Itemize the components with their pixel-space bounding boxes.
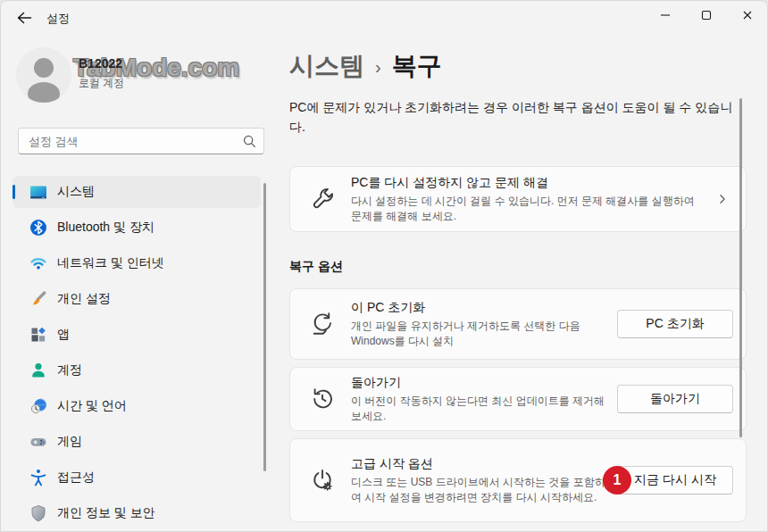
reset-pc-card: 이 PC 초기화 개인 파일을 유지하거나 제거하도록 선택한 다음 Windo… (289, 288, 747, 360)
network-icon (29, 254, 47, 272)
pc-reset-button[interactable]: PC 초기화 (617, 310, 733, 338)
back-button[interactable] (11, 5, 38, 30)
search-box (18, 128, 264, 154)
system-icon (29, 183, 47, 201)
sidebar-item-bluetooth-devices[interactable]: Bluetooth 및 장치 (13, 212, 261, 244)
troubleshoot-card[interactable]: PC를 다시 설정하지 않고 문제 해결 다시 설정하는 데 시간이 걸릴 수 … (289, 166, 747, 232)
sidebar-item-accessibility[interactable]: 접근성 (13, 461, 261, 494)
advanced-startup-card: 고급 시작 옵션 디스크 또는 USB 드라이브에서 시작하는 것을 포함하여 … (289, 438, 747, 522)
reset-pc-title: 이 PC 초기화 (351, 300, 606, 316)
go-back-icon (308, 385, 337, 413)
sidebar-item-privacy-security[interactable]: 개인 정보 및 보안 (13, 497, 261, 529)
sidebar-item-system[interactable]: 시스템 (13, 176, 261, 208)
sidebar-item-gaming[interactable]: 게임 (13, 426, 261, 458)
time-language-icon (29, 397, 47, 415)
main-scrollbar[interactable] (739, 98, 742, 437)
back-arrow-icon (15, 9, 33, 27)
advanced-startup-description: 디스크 또는 USB 드라이브에서 시작하는 것을 포함하여 시작 설정을 변경… (351, 475, 606, 505)
minimize-button[interactable] (645, 0, 686, 30)
page-description: PC에 문제가 있거나 초기화하려는 경우 이러한 복구 옵션이 도움이 될 수… (289, 97, 747, 137)
sidebar-item-label: 계정 (57, 362, 82, 378)
sidebar-item-label: 접근성 (57, 470, 95, 486)
sidebar-item-label: 시스템 (57, 184, 95, 200)
minimize-icon (660, 10, 671, 21)
maximize-button[interactable] (686, 0, 727, 30)
restart-now-button[interactable]: 지금 다시 시작 (617, 466, 733, 495)
reset-pc-icon (308, 310, 337, 338)
sidebar: TabMode.com B12022 로컬 계정 시스템 Bluetooth 및 (0, 36, 277, 532)
go-back-card: 돌아가기 이 버전이 작동하지 않는다면 최신 업데이트를 제거해 보세요. 돌… (289, 367, 747, 431)
breadcrumb-parent[interactable]: 시스템 (289, 49, 364, 83)
section-title-recovery-options: 복구 옵션 (289, 257, 747, 275)
sidebar-item-label: Bluetooth 및 장치 (57, 220, 154, 236)
sidebar-item-personalization[interactable]: 개인 설정 (13, 283, 261, 315)
app-title: 설정 (46, 11, 70, 27)
chevron-right-icon (714, 191, 731, 207)
search-input[interactable] (18, 128, 264, 154)
profile-name: B12022 (79, 56, 122, 71)
maximize-icon (701, 10, 712, 21)
close-button[interactable] (727, 0, 768, 30)
sidebar-item-accounts[interactable]: 계정 (13, 354, 261, 387)
sidebar-item-label: 시간 및 언어 (57, 398, 127, 414)
avatar (16, 47, 71, 103)
apps-icon (29, 326, 47, 344)
page-title: 복구 (392, 49, 442, 83)
accounts-icon (29, 362, 47, 379)
bluetooth-icon (29, 219, 47, 237)
advanced-startup-title: 고급 시작 옵션 (351, 456, 606, 472)
sidebar-item-label: 앱 (57, 327, 70, 343)
wrench-icon (308, 185, 337, 213)
settings-window: 설정 TabMode.com B12022 로컬 계정 (0, 0, 768, 532)
titlebar: 설정 (0, 0, 768, 36)
sidebar-item-label: 게임 (57, 434, 82, 450)
privacy-security-icon (29, 504, 47, 522)
troubleshoot-card-title: PC를 다시 설정하지 않고 문제 해결 (351, 175, 714, 191)
personalization-icon (29, 290, 47, 308)
sidebar-nav: 시스템 Bluetooth 및 장치 네트워크 및 인터넷 개인 설정 (13, 176, 261, 532)
profile-area: TabMode.com B12022 로컬 계정 (0, 36, 277, 116)
close-icon (742, 10, 753, 21)
sidebar-item-time-language[interactable]: 시간 및 언어 (13, 390, 261, 422)
go-back-description: 이 버전이 작동하지 않는다면 최신 업데이트를 제거해 보세요. (351, 394, 606, 424)
step-badge: 1 (603, 466, 631, 495)
breadcrumb: 시스템 › 복구 (289, 47, 747, 85)
reset-pc-description: 개인 파일을 유지하거나 제거하도록 선택한 다음 Windows를 다시 설치 (351, 319, 606, 349)
advanced-startup-icon (308, 466, 337, 495)
accessibility-icon (29, 469, 47, 486)
sidebar-item-label: 개인 설정 (57, 291, 111, 307)
go-back-title: 돌아가기 (351, 375, 606, 391)
sidebar-item-label: 개인 정보 및 보안 (57, 505, 155, 521)
sidebar-item-label: 네트워크 및 인터넷 (57, 255, 164, 271)
go-back-button[interactable]: 돌아가기 (617, 385, 733, 413)
gaming-icon (29, 433, 47, 451)
sidebar-scrollbar[interactable] (263, 183, 266, 471)
sidebar-item-apps[interactable]: 앱 (13, 319, 261, 351)
main-content: 시스템 › 복구 PC에 문제가 있거나 초기화하려는 경우 이러한 복구 옵션… (289, 36, 747, 532)
troubleshoot-card-description: 다시 설정하는 데 시간이 걸릴 수 있습니다. 먼저 문제 해결사를 실행하여… (351, 194, 706, 224)
profile-account-type: 로컬 계정 (79, 76, 124, 91)
breadcrumb-separator-icon: › (375, 55, 381, 78)
sidebar-item-network-internet[interactable]: 네트워크 및 인터넷 (13, 247, 261, 279)
